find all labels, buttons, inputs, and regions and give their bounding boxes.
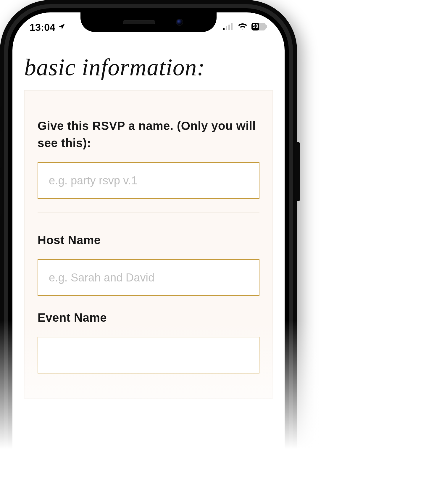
power-button[interactable] xyxy=(295,142,300,201)
battery-icon: 50 xyxy=(251,23,267,32)
event-name-label: Event Name xyxy=(38,309,259,326)
rsvp-name-input[interactable] xyxy=(38,162,259,199)
status-time: 13:04 xyxy=(30,22,55,33)
front-camera xyxy=(176,19,183,26)
battery-percent-label: 50 xyxy=(253,23,258,29)
event-name-input[interactable] xyxy=(38,337,259,373)
svg-rect-1 xyxy=(226,26,227,30)
speaker-grille xyxy=(123,20,155,24)
svg-rect-0 xyxy=(223,28,225,30)
volume-up-button[interactable] xyxy=(0,130,2,169)
page-title: basic information: xyxy=(24,54,273,81)
location-icon xyxy=(58,23,65,31)
event-name-field: Event Name xyxy=(38,309,259,373)
field-separator xyxy=(38,212,259,212)
cellular-icon xyxy=(223,23,234,31)
wifi-icon xyxy=(238,23,247,31)
form-card: Give this RSVP a name. (Only you will se… xyxy=(24,90,273,399)
host-name-input[interactable] xyxy=(38,259,259,296)
host-name-label: Host Name xyxy=(38,231,259,249)
page-content: basic information: Give this RSVP a name… xyxy=(12,48,285,399)
phone-screen: 13:04 xyxy=(12,12,285,504)
rsvp-name-field: Give this RSVP a name. (Only you will se… xyxy=(38,117,259,199)
mute-switch[interactable] xyxy=(0,89,2,108)
svg-rect-3 xyxy=(231,23,233,30)
svg-rect-6 xyxy=(266,25,267,28)
volume-down-button[interactable] xyxy=(0,178,2,216)
notch xyxy=(80,12,217,32)
host-name-field: Host Name xyxy=(38,231,259,296)
rsvp-name-label: Give this RSVP a name. (Only you will se… xyxy=(38,117,259,152)
svg-rect-2 xyxy=(228,25,230,30)
